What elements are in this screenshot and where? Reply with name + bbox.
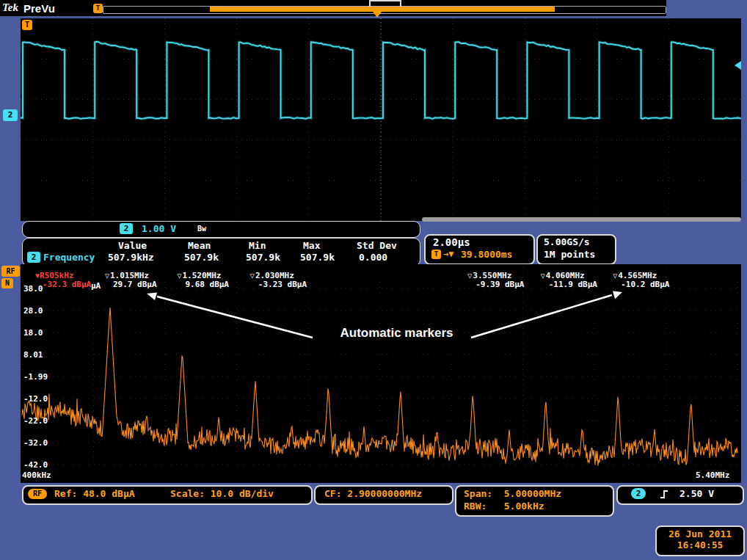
ch2-ground-badge[interactable]: 2 <box>3 109 18 121</box>
channel-2-badge: 2 <box>120 223 133 234</box>
marker-triangle-icon: ▽ <box>613 272 617 280</box>
channel-readout-box[interactable]: 2 1.00 V Bw <box>22 221 420 238</box>
acquisition-window[interactable] <box>210 7 555 12</box>
horizontal-divider-bar <box>422 217 741 222</box>
time-domain-graticule: T <box>21 18 741 221</box>
measurement-table[interactable]: Value Mean Min Max Std Dev 2 Frequency 5… <box>22 238 420 266</box>
reference-marker-label: ▼R505kHz -32.3 dBµA <box>35 272 91 289</box>
annotation-automatic-markers: Automatic markers <box>314 326 479 341</box>
measurement-value: 507.9kHz <box>108 252 154 263</box>
trigger-level-readout: 2.50 V <box>679 488 714 499</box>
position-arrow-icon: →▼ <box>443 249 453 259</box>
horizontal-scale: 2.00µs <box>433 236 470 248</box>
rf-spectrum-trace <box>21 264 741 483</box>
marker-level: -9.39 dBµA <box>475 280 524 289</box>
spectrum-y-label: -42.0 <box>23 460 48 470</box>
n-badge: N <box>1 278 13 288</box>
rising-edge-icon <box>659 489 669 500</box>
spectrum-y-label: 28.0 <box>23 306 43 316</box>
trigger-tag-icon: T <box>93 4 103 13</box>
rf-badge[interactable]: RF <box>1 266 20 277</box>
marker-triangle-icon: ▽ <box>541 272 545 280</box>
auto-peak-marker: ▽2.030MHz-3.23 dBµA <box>250 272 307 289</box>
measurement-channel-badge: 2 <box>27 252 40 263</box>
x-axis-start-label: 400kHz <box>22 470 51 480</box>
marker-triangle-icon: ▽ <box>177 272 181 280</box>
trigger-readout-box[interactable]: 2 2.50 V <box>616 485 744 505</box>
acquisition-readout-box[interactable]: 5.00GS/s 1M points <box>536 234 616 265</box>
trigger-delay-flag[interactable]: T <box>22 20 32 30</box>
rf-scale: Scale: 10.0 dB/div <box>170 488 274 499</box>
measurement-mean: 507.9k <box>184 252 219 263</box>
record-length-readout: 1M points <box>544 249 595 260</box>
auto-peak-marker: ▽1.015MHz29.7 dBµA <box>105 272 157 289</box>
rf-ref-level: Ref: 48.0 dBµA <box>54 488 135 499</box>
spectrum-y-label: -12.0 <box>23 394 48 404</box>
sample-rate-readout: 5.00GS/s <box>544 236 590 247</box>
auto-peak-marker: ▽4.060MHz-11.9 dBµA <box>541 272 597 289</box>
marker-level: 29.7 dBµA <box>113 280 157 289</box>
reference-marker-level: -32.3 dBµA <box>43 280 91 289</box>
top-bar: Tek PreVu T <box>0 0 666 16</box>
marker-triangle-icon: ▽ <box>105 272 109 280</box>
acquisition-status: PreVu <box>23 2 55 15</box>
center-frequency-readout: CF: 2.90000000MHz <box>324 488 422 499</box>
col-header-stddev: Std Dev <box>357 240 397 251</box>
measurement-stddev: 0.000 <box>359 252 387 263</box>
auto-peak-marker: ▽4.565MHz-10.2 dBµA <box>613 272 669 289</box>
col-header-value: Value <box>118 240 147 251</box>
rf-readout-badge: RF <box>28 489 47 499</box>
unit-label: µA <box>91 281 101 291</box>
time-readout: 16:40:55 <box>657 539 743 550</box>
rf-spectrum-area: 38.028.018.08.01-1.99-12.0-22.0-32.0-42.… <box>21 264 741 483</box>
measurement-min: 507.9k <box>246 252 280 263</box>
trigger-level-icon[interactable] <box>735 61 741 70</box>
measurement-name: Frequency <box>43 252 95 263</box>
col-header-max: Max <box>303 240 320 251</box>
trigger-channel-badge: 2 <box>631 488 646 499</box>
rf-reference-readout-box[interactable]: RF Ref: 48.0 dBµA Scale: 10.0 dB/div <box>22 485 313 505</box>
tek-logo: Tek <box>2 1 18 14</box>
marker-level: 9.68 dBµA <box>185 280 229 289</box>
bandwidth-label: Bw <box>197 225 206 233</box>
datetime-box: 26 Jun 2011 16:40:55 <box>655 526 745 556</box>
center-frequency-box[interactable]: CF: 2.90000000MHz <box>314 485 453 505</box>
col-header-mean: Mean <box>188 240 211 251</box>
marker-triangle-icon: ▽ <box>467 272 472 280</box>
ch2-scale-readout: 1.00 V <box>142 223 176 234</box>
trigger-position-readout: 39.8000ms <box>461 249 512 260</box>
span-rbw-box[interactable]: Span: 5.00000MHz RBW: 5.00kHz <box>455 485 614 517</box>
x-axis-stop-label: 5.40MHz <box>696 470 729 480</box>
record-view-bar[interactable] <box>103 6 666 14</box>
spectrum-y-label: 18.0 <box>23 328 43 338</box>
auto-peak-marker: ▽1.520MHz9.68 dBµA <box>177 272 229 289</box>
marker-level: -11.9 dBµA <box>549 280 597 289</box>
expansion-bracket-icon <box>369 0 401 7</box>
spectrum-y-label: -22.0 <box>23 416 48 426</box>
col-header-min: Min <box>249 240 266 251</box>
marker-level: -10.2 dBµA <box>621 280 669 289</box>
auto-peak-marker: ▽3.550MHz-9.39 dBµA <box>467 272 524 289</box>
marker-triangle-icon: ▽ <box>250 272 255 280</box>
marker-level: -3.23 dBµA <box>258 280 307 289</box>
trigger-position-icon <box>373 12 382 18</box>
ch2-waveform-trace <box>21 18 741 221</box>
horizontal-readout-box[interactable]: 2.00µs T →▼ 39.8000ms <box>424 234 535 265</box>
date-readout: 26 Jun 2011 <box>657 528 743 539</box>
spectrum-y-label: 8.01 <box>23 350 43 360</box>
trigger-badge-icon: T <box>431 250 441 259</box>
rbw-readout: RBW: 5.00kHz <box>464 501 544 512</box>
measurement-max: 507.9k <box>300 252 335 263</box>
span-readout: Span: 5.00000MHz <box>464 488 561 499</box>
spectrum-y-label: -32.0 <box>23 438 48 448</box>
spectrum-y-label: -1.99 <box>23 372 48 382</box>
